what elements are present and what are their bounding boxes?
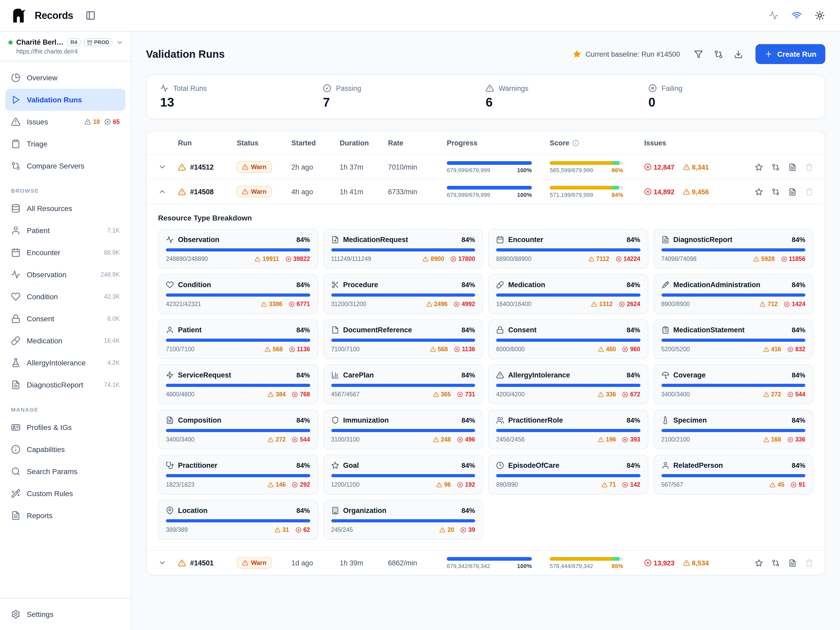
file-text-action-button[interactable] [785,160,800,174]
resource-card-procedure[interactable]: Procedure84%31200/3120024964992 [323,274,483,314]
heart-icon [166,281,174,289]
git-compare-icon [714,50,723,58]
sidebar-item-profiles-igs[interactable]: Profiles & IGs [5,416,125,438]
sidebar-item-reports[interactable]: Reports [5,505,125,527]
resource-card-allergyintolerance[interactable]: AllergyIntolerance84%4200/4200336672 [488,364,648,404]
resource-card-consent[interactable]: Consent84%6000/6000480960 [488,319,648,359]
expand-toggle-button[interactable] [155,159,170,174]
sidebar-item-condition[interactable]: Condition42.3K [5,286,125,308]
git-compare-button[interactable] [709,45,727,63]
resource-card-practitionerrole[interactable]: PractitionerRole84%2456/2456196393 [488,409,648,449]
sidebar-item-patient[interactable]: Patient7.1K [5,219,125,242]
sidebar-item-settings[interactable]: Settings [5,603,125,625]
resource-card-servicerequest[interactable]: ServiceRequest84%4800/4800384768 [158,364,318,404]
stat-value: 13 [160,95,323,110]
git-compare-action-button[interactable] [769,160,783,174]
resource-card-organization[interactable]: Organization84%245/2452039 [323,500,483,540]
resource-card-composition[interactable]: Composition84%3400/3400272544 [158,409,318,449]
x-circle-icon [619,301,625,307]
sidebar-item-capabilities[interactable]: Capabilities [5,438,125,460]
sidebar-item-encounter[interactable]: Encounter88.9K [5,242,125,264]
expand-toggle-button[interactable] [155,556,170,570]
sidebar-item-validation-runs[interactable]: Validation Runs [5,89,125,111]
resource-card-coverage[interactable]: Coverage84%3400/3400272544 [654,364,813,404]
app-logo [11,7,29,24]
sidebar-item-triage[interactable]: Triage [5,133,125,155]
alert-triangle-icon [759,301,766,307]
trash-action-button[interactable] [802,556,816,570]
star-action-button[interactable] [752,160,766,174]
sidebar-item-observation[interactable]: Observation248.9K [5,264,125,286]
progress-cell: 679,999/679,999100% [447,186,549,198]
sidebar-item-consent[interactable]: Consent6.0K [5,308,125,330]
resource-card-patient[interactable]: Patient84%7100/71005681136 [158,319,318,359]
run-row-14508[interactable]: #14508Warn4h ago1h 41m6733/min679,999/67… [147,179,825,204]
sidebar-item-custom-rules[interactable]: Custom Rules [5,483,125,505]
resource-card-practitioner[interactable]: Practitioner84%1823/1823146292 [158,455,318,494]
header-actions: Current baseline: Run #14500 Create Run [573,44,825,64]
sidebar-item-issues[interactable]: Issues1865 [5,111,125,133]
trash-action-button[interactable] [802,160,816,174]
expand-toggle-button[interactable] [155,184,170,199]
pill-icon [496,281,504,289]
resource-card-diagnosticreport[interactable]: DiagnosticReport84%74098/74098592811856 [654,229,813,269]
main: Validation Runs Current baseline: Run #1… [131,32,840,630]
sidebar-item-overview[interactable]: Overview [5,67,125,89]
trash-action-button[interactable] [802,185,816,199]
sidebar-item-medication[interactable]: Medication16.4K [5,330,125,352]
resource-card-medication[interactable]: Medication84%16400/1640013122624 [488,274,648,314]
resource-card-medicationstatement[interactable]: MedicationStatement84%5200/5200416832 [654,319,813,359]
score-cell: 578,444/679,34285% [549,557,644,569]
resource-card-encounter[interactable]: Encounter84%88900/88900711214224 [488,229,648,269]
nav-manage: Profiles & IGsCapabilitiesSearch ParamsC… [5,416,125,527]
git-compare-action-button[interactable] [769,185,783,199]
sidebar-item-search-params[interactable]: Search Params [5,460,125,483]
sidebar-item-allergyintolerance[interactable]: AllergyIntolerance4.2K [5,352,125,374]
server-version-badge: R4 [68,38,81,46]
sun-button[interactable] [811,6,829,24]
create-run-button[interactable]: Create Run [756,44,825,64]
x-circle-icon [289,301,295,307]
sidebar-item-diagnosticreport[interactable]: DiagnosticReport74.1K [5,374,125,396]
run-row-14512[interactable]: #14512Warn2h ago1h 37m7010/min679,999/67… [147,154,825,179]
resource-card-medicationadministration[interactable]: MedicationAdministration84%8900/89007121… [654,274,813,314]
resource-card-relatedperson[interactable]: RelatedPerson84%567/5674591 [654,455,813,494]
calendar-icon [496,236,504,243]
resource-card-condition[interactable]: Condition84%42321/4232133866771 [158,274,318,314]
run-id: #14512 [190,163,214,171]
file-text-action-button[interactable] [785,556,800,570]
resource-card-careplan[interactable]: CarePlan84%4567/4567365731 [323,364,483,404]
star-action-button[interactable] [752,185,766,199]
server-selector[interactable]: Charité Berlin ... R4 PROD https://fhir.… [0,32,131,62]
resource-card-episodeofcare[interactable]: EpisodeOfCare84%890/89071142 [488,455,648,494]
alert-triangle-icon [430,346,436,352]
sidebar-item-all-resources[interactable]: All Resources [5,197,125,219]
play-icon [11,95,21,104]
sidebar-toggle-button[interactable] [83,8,98,24]
clock-icon [496,461,504,469]
download-button[interactable] [729,45,747,63]
file-text-action-button[interactable] [785,185,800,199]
resource-card-location[interactable]: Location84%389/3893162 [158,500,318,540]
resource-card-specimen[interactable]: Specimen84%2100/2100168336 [654,409,813,449]
resource-card-documentreference[interactable]: DocumentReference84%7100/71005681136 [323,319,483,359]
git-compare-action-button[interactable] [769,556,783,570]
nav-primary: OverviewValidation RunsIssues1865TriageC… [5,67,125,177]
resource-card-goal[interactable]: Goal84%1200/120096192 [323,455,483,494]
star-action-button[interactable] [752,556,766,570]
alert-triangle-icon [436,482,442,488]
wifi-button[interactable] [788,6,805,24]
resource-card-medicationrequest[interactable]: MedicationRequest84%111249/1112498900178… [323,229,483,269]
file-text-icon [661,236,669,243]
flask-icon [11,358,21,368]
stat-failing: Failing0 [648,84,811,110]
sidebar-item-compare-servers[interactable]: Compare Servers [5,155,125,177]
activity-button[interactable] [764,6,782,24]
progress-cell: 679,342/679,342100% [447,557,549,569]
resource-card-observation[interactable]: Observation84%248890/2488901991139822 [158,229,318,269]
run-row-14501[interactable]: #14501Warn1d ago1h 39m6862/min679,342/67… [147,550,825,575]
resource-card-immunization[interactable]: Immunization84%3100/3100248496 [323,409,483,449]
alert-triangle-icon [242,560,248,566]
filter-button[interactable] [690,45,707,63]
x-circle-icon [457,437,463,442]
